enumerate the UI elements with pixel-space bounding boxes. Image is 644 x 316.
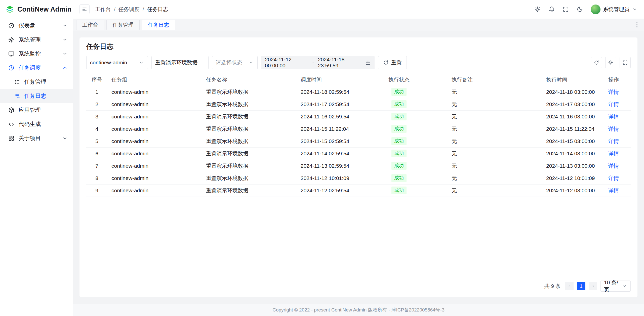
sidebar-item-system-management[interactable]: 系统管理 [0, 33, 73, 47]
table-toolbar [591, 57, 631, 68]
cell-exec-time: 2024-11-18 03:00:00 [542, 86, 596, 98]
table-fullscreen-button[interactable] [620, 57, 631, 68]
user-menu[interactable]: 系统管理员 [591, 5, 637, 14]
cell-no: 5 [86, 135, 107, 147]
sidebar-item-code-generation[interactable]: 代码生成 [0, 117, 73, 131]
table-row: 9 continew-admin 重置演示环境数据 2024-11-12 02:… [86, 184, 631, 197]
status-badge: 成功 [391, 100, 407, 108]
cell-remark: 无 [448, 135, 542, 147]
detail-link[interactable]: 详情 [608, 126, 619, 132]
avatar [591, 5, 600, 14]
cell-name: 重置演示环境数据 [202, 123, 297, 135]
detail-link[interactable]: 详情 [608, 151, 619, 156]
cell-no: 3 [86, 110, 107, 123]
app-logo[interactable]: ContiNew Admin [0, 0, 73, 19]
app-cube-icon [8, 107, 15, 113]
chevron-down-icon [62, 23, 68, 28]
cell-name: 重置演示环境数据 [202, 86, 297, 98]
cell-remark: 无 [448, 86, 542, 98]
date-range-picker[interactable]: 2024-11-12 00:00:00 - 2024-11-18 23:59:5… [261, 56, 375, 69]
cell-group: continew-admin [107, 86, 202, 98]
moon-icon [577, 6, 583, 13]
logo-title: ContiNew Admin [17, 6, 71, 13]
footer: Copyright © 2022 - present ContiNew Admi… [73, 304, 644, 316]
cell-action: 详情 [596, 110, 631, 123]
detail-link[interactable]: 详情 [608, 114, 619, 119]
menu-collapse-button[interactable] [79, 4, 90, 14]
sidebar-item-task-management[interactable]: 任务管理 [0, 75, 73, 89]
cell-action: 详情 [596, 172, 631, 184]
breadcrumb-item-task-scheduling[interactable]: 任务调度 [118, 6, 140, 13]
cell-exec-time: 2024-11-12 03:00:00 [542, 184, 596, 197]
sidebar-item-app-management[interactable]: 应用管理 [0, 103, 73, 117]
cell-no: 9 [86, 184, 107, 197]
detail-link[interactable]: 详情 [608, 188, 619, 193]
detail-link[interactable]: 详情 [608, 138, 619, 144]
cell-no: 1 [86, 86, 107, 98]
table-row: 5 continew-admin 重置演示环境数据 2024-11-15 02:… [86, 135, 631, 147]
logo-icon [6, 5, 14, 14]
column-header-exec-time: 执行时间 [542, 74, 596, 86]
prev-page-button[interactable] [565, 282, 574, 290]
task-group-select[interactable]: continew-admin [86, 56, 148, 69]
detail-link[interactable]: 详情 [608, 175, 619, 181]
column-header-group: 任务组 [107, 74, 202, 86]
dark-mode-button[interactable] [577, 6, 583, 13]
sidebar-item-about-project[interactable]: 关于项目 [0, 131, 73, 145]
refresh-table-button[interactable] [591, 57, 602, 68]
detail-link[interactable]: 详情 [608, 163, 619, 169]
status-select[interactable]: 请选择状态 [212, 56, 258, 69]
chevron-left-icon [567, 284, 572, 288]
task-name-input[interactable] [151, 56, 209, 69]
sidebar-item-label: 任务调度 [19, 64, 41, 72]
chevron-right-icon [591, 284, 595, 288]
cell-name: 重置演示环境数据 [202, 160, 297, 172]
tab-task-log[interactable]: 任务日志 [142, 20, 175, 30]
reset-button[interactable]: 重置 [378, 56, 407, 69]
cell-status: 成功 [350, 147, 448, 160]
cell-status: 成功 [350, 184, 448, 197]
cell-schedule-time: 2024-11-12 10:01:09 [297, 172, 350, 184]
gear-icon [608, 60, 614, 65]
detail-link[interactable]: 详情 [608, 101, 619, 107]
sidebar-item-dashboard[interactable]: 仪表盘 [0, 19, 73, 33]
cell-schedule-time: 2024-11-15 02:59:54 [297, 135, 350, 147]
status-badge: 成功 [391, 88, 407, 96]
status-badge: 成功 [391, 174, 407, 182]
more-vertical-icon[interactable] [633, 21, 641, 29]
cell-group: continew-admin [107, 184, 202, 197]
refresh-icon [383, 60, 389, 65]
copyright-text: Copyright © 2022 - present ContiNew Admi… [272, 307, 445, 313]
cell-status: 成功 [350, 160, 448, 172]
breadcrumb-item-workbench[interactable]: 工作台 [95, 6, 111, 13]
page-size-select[interactable]: 10 条/页 [600, 281, 631, 292]
sidebar-item-task-log[interactable]: 任务日志 [0, 89, 73, 103]
sidebar-item-label: 关于项目 [19, 134, 41, 142]
page-number-1[interactable]: 1 [577, 282, 585, 290]
grid-icon [8, 135, 15, 142]
cell-schedule-time: 2024-11-15 11:22:04 [297, 123, 350, 135]
page-size-value: 10 条/页 [604, 279, 622, 293]
cell-group: continew-admin [107, 160, 202, 172]
sidebar-item-task-scheduling[interactable]: 任务调度 [0, 61, 73, 75]
next-page-button[interactable] [589, 282, 597, 290]
sidebar-item-system-monitor[interactable]: 系统监控 [0, 47, 73, 61]
chevron-down-icon [248, 60, 254, 65]
column-header-action: 操作 [596, 74, 631, 86]
column-settings-button[interactable] [605, 57, 616, 68]
tab-workbench[interactable]: 工作台 [76, 20, 104, 30]
tab-task-management[interactable]: 任务管理 [106, 20, 140, 30]
cell-exec-time: 2024-11-15 03:00:00 [542, 135, 596, 147]
breadcrumb-separator: / [114, 6, 115, 12]
cell-name: 重置演示环境数据 [202, 172, 297, 184]
cell-action: 详情 [596, 135, 631, 147]
detail-link[interactable]: 详情 [608, 89, 619, 95]
notifications-button[interactable] [548, 6, 555, 13]
cell-remark: 无 [448, 123, 542, 135]
gear-icon [8, 36, 15, 43]
gear-icon [534, 6, 541, 13]
settings-button[interactable] [534, 6, 541, 13]
fullscreen-button[interactable] [562, 6, 569, 13]
cell-action: 详情 [596, 123, 631, 135]
chevron-down-icon [62, 136, 68, 141]
